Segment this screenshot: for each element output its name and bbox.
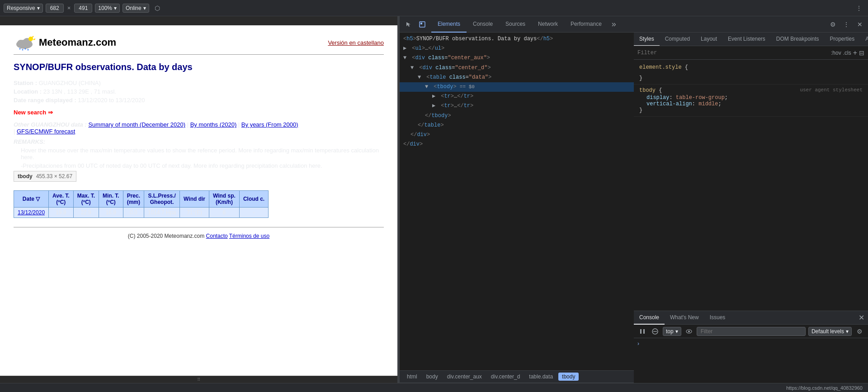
inspect-element-button[interactable] xyxy=(416,18,429,31)
css-selector[interactable]: element.style { xyxy=(639,64,863,71)
html-tree[interactable]: <h5>SYNOP/BUFR observations. Data by day… xyxy=(400,33,634,370)
expand-arrow[interactable]: ▼ xyxy=(425,83,430,91)
online-label: Online xyxy=(126,5,142,11)
toolbar-icons: ⋮ xyxy=(854,3,864,14)
cursor-tool-button[interactable] xyxy=(402,18,415,31)
breadcrumb-body[interactable]: body xyxy=(423,373,442,381)
zoom-select[interactable]: 100% ▾ xyxy=(95,4,120,13)
css-rules: element.style { } tbody { user agent sty… xyxy=(634,60,868,311)
filter-add-button[interactable]: + xyxy=(853,49,857,57)
css-prop-display[interactable]: display xyxy=(646,94,669,101)
console-play-button[interactable] xyxy=(637,326,647,336)
location-label: Location : xyxy=(14,88,42,95)
new-search-link[interactable]: New search ⇒ xyxy=(14,109,384,116)
expand-arrow[interactable]: ▶ xyxy=(432,92,438,101)
browser-handle[interactable]: ⠿ xyxy=(0,376,397,383)
subtab-dom-breakpoints[interactable]: DOM Breakpoints xyxy=(771,33,825,46)
subtab-layout-label: Layout xyxy=(701,36,717,42)
svg-point-5 xyxy=(25,48,26,50)
devtools-close-button[interactable]: ✕ xyxy=(854,18,866,31)
styles-filter-input[interactable] xyxy=(637,50,828,56)
bottom-close-button[interactable]: ✕ xyxy=(855,313,868,322)
tree-line[interactable]: </table> xyxy=(400,121,634,130)
tree-line-selected[interactable]: ▼ <tbody> == $0 xyxy=(400,82,634,92)
height-box[interactable]: 491 xyxy=(74,4,92,13)
tab-sources[interactable]: Sources xyxy=(499,16,532,33)
bottom-panel: Console What's New Issues ✕ xyxy=(634,311,868,383)
subtab-computed[interactable]: Computed xyxy=(660,33,695,46)
expand-arrow[interactable]: ▼ xyxy=(418,73,423,82)
summary-link[interactable]: Summary of month (December 2020) xyxy=(88,121,185,128)
breadcrumb-div-center-d[interactable]: div.center_d xyxy=(487,373,524,381)
footer-copyright: (C) 2005-2020 Meteomanz.com xyxy=(128,233,204,239)
width-box[interactable]: 682 xyxy=(46,4,64,13)
online-select[interactable]: Online ▾ xyxy=(123,4,149,13)
console-eye-button[interactable] xyxy=(684,326,694,336)
bottom-tab-issues[interactable]: Issues xyxy=(704,311,731,325)
months-link[interactable]: By months (2020) xyxy=(190,121,237,128)
tree-line[interactable]: <h5>SYNOP/BUFR observations. Data by day… xyxy=(400,34,634,44)
breadcrumb-table-data[interactable]: table.data xyxy=(525,373,557,381)
devtools-more-button[interactable]: ⋮ xyxy=(840,18,853,31)
console-prompt-chevron[interactable]: › xyxy=(637,340,639,347)
weather-logo-icon xyxy=(14,34,35,51)
tree-line[interactable]: ▼ <div class="center_d"> xyxy=(400,63,634,73)
subtab-accessibility[interactable]: Accessibility xyxy=(860,33,868,46)
tab-network-label: Network xyxy=(538,21,558,27)
tab-network[interactable]: Network xyxy=(532,16,564,33)
filter-cls-button[interactable]: .cls xyxy=(843,50,851,56)
tree-line[interactable]: ▶ <tr>…</tr> xyxy=(400,101,634,111)
css-selector-tbody[interactable]: tbody { user agent stylesheet xyxy=(639,87,863,94)
tree-line[interactable]: ▼ <table class="data"> xyxy=(400,73,634,82)
tab-elements[interactable]: Elements xyxy=(431,16,467,33)
console-context-select[interactable]: top ▾ xyxy=(663,327,681,336)
expand-arrow[interactable]: ▶ xyxy=(432,102,438,110)
footer-terminos-link[interactable]: Términos de uso xyxy=(229,227,269,239)
css-val-vertical-align[interactable]: middle xyxy=(698,101,718,107)
filter-pseudo-button[interactable]: :hov xyxy=(831,50,841,56)
expand-arrow[interactable]: ▼ xyxy=(403,54,409,62)
tree-line[interactable]: ▶ <ul>…</ul> xyxy=(400,44,634,53)
browser-content[interactable]: Meteomanz.com Versión en castellano SYNO… xyxy=(0,25,397,376)
filter-layout-button[interactable]: ⊟ xyxy=(859,49,864,57)
subtab-layout[interactable]: Layout xyxy=(695,33,722,46)
date-sort-link[interactable]: Date ▽ xyxy=(23,196,40,202)
console-levels-select[interactable]: Default levels ▾ xyxy=(808,327,852,336)
css-prop-vertical-align[interactable]: vertical-align xyxy=(646,101,692,107)
tree-line[interactable]: </tbody> xyxy=(400,111,634,121)
station-label: Station : xyxy=(14,80,37,86)
css-val-display[interactable]: table-row-group xyxy=(676,94,725,101)
tab-console[interactable]: Console xyxy=(467,16,499,33)
footer-contacto-link[interactable]: Contacto xyxy=(206,227,228,239)
subtab-styles[interactable]: Styles xyxy=(634,33,660,46)
expand-arrow[interactable]: ▼ xyxy=(410,64,416,72)
subtab-event-listeners-label: Event Listeners xyxy=(728,36,765,42)
lang-link[interactable]: Versión en castellano xyxy=(328,39,384,46)
breadcrumb-div-center-aux[interactable]: div.center_aux xyxy=(443,373,486,381)
rotate-button[interactable]: ⬡ xyxy=(152,3,163,14)
years-link[interactable]: By years (From 2000) xyxy=(241,121,298,128)
tree-line[interactable]: </div> xyxy=(400,140,634,149)
responsive-select[interactable]: Responsive ▾ xyxy=(4,4,43,13)
chevron-down-icon: ▾ xyxy=(37,5,40,11)
devtools-settings-button[interactable]: ⚙ xyxy=(826,18,839,31)
expand-arrow[interactable]: ▶ xyxy=(403,44,409,53)
forecast-link[interactable]: GFS/ECMWF forecast xyxy=(17,128,75,135)
console-settings-button[interactable]: ⚙ xyxy=(854,326,864,336)
bottom-tab-console[interactable]: Console xyxy=(634,311,665,325)
subtab-event-listeners[interactable]: Event Listeners xyxy=(722,33,771,46)
breadcrumb-tbody[interactable]: tbody xyxy=(558,373,579,381)
tree-line[interactable]: ▶ <tr>…</tr> xyxy=(400,92,634,101)
tab-performance[interactable]: Performance xyxy=(564,16,608,33)
subtab-properties[interactable]: Properties xyxy=(825,33,860,46)
more-options-button[interactable]: ⋮ xyxy=(854,3,864,14)
breadcrumb-html[interactable]: html xyxy=(403,373,421,381)
console-clear-button[interactable] xyxy=(650,326,660,336)
tree-line[interactable]: ▼ <div class="center_aux"> xyxy=(400,53,634,63)
tree-line[interactable]: </div> xyxy=(400,130,634,140)
more-tabs-button[interactable]: » xyxy=(608,16,620,33)
bottom-tab-whats-new[interactable]: What's New xyxy=(665,311,704,325)
console-filter-input[interactable] xyxy=(697,327,806,336)
ruler-marks xyxy=(0,16,397,25)
remarks-title: REMARKS: xyxy=(14,138,45,145)
